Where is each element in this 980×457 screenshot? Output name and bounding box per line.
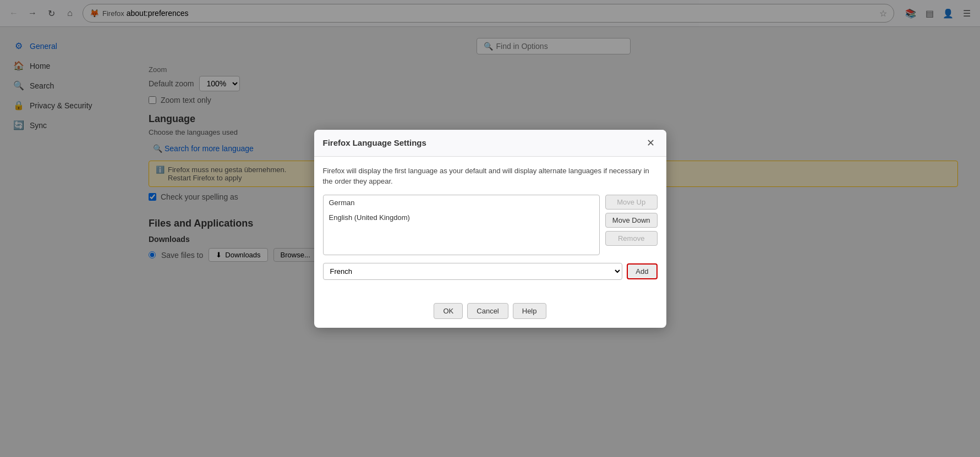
modal-close-button[interactable]: ✕ xyxy=(644,136,658,150)
language-action-buttons: Move Up Move Down Remove xyxy=(605,195,658,255)
language-dropdown[interactable]: French xyxy=(323,263,623,280)
move-down-button[interactable]: Move Down xyxy=(605,213,658,228)
modal-header: Firefox Language Settings ✕ xyxy=(314,130,666,157)
language-list: German English (United Kingdom) xyxy=(323,195,600,255)
modal-title: Firefox Language Settings xyxy=(323,138,426,147)
help-button[interactable]: Help xyxy=(513,303,546,319)
add-language-button[interactable]: Add xyxy=(627,263,657,279)
ok-button[interactable]: OK xyxy=(434,303,463,319)
modal-overlay: Firefox Language Settings ✕ Firefox will… xyxy=(0,0,980,457)
language-settings-modal: Firefox Language Settings ✕ Firefox will… xyxy=(314,130,666,328)
modal-description: Firefox will display the first language … xyxy=(323,166,658,187)
cancel-button[interactable]: Cancel xyxy=(467,303,508,319)
language-list-area: German English (United Kingdom) Move Up … xyxy=(323,195,658,255)
language-item-german[interactable]: German xyxy=(324,195,599,210)
move-up-button[interactable]: Move Up xyxy=(605,195,658,210)
remove-button[interactable]: Remove xyxy=(605,231,658,246)
language-item-english-uk[interactable]: English (United Kingdom) xyxy=(324,210,599,225)
add-language-row: French Add xyxy=(323,263,658,280)
modal-body: Firefox will display the first language … xyxy=(314,157,666,298)
modal-footer: OK Cancel Help xyxy=(314,298,666,328)
